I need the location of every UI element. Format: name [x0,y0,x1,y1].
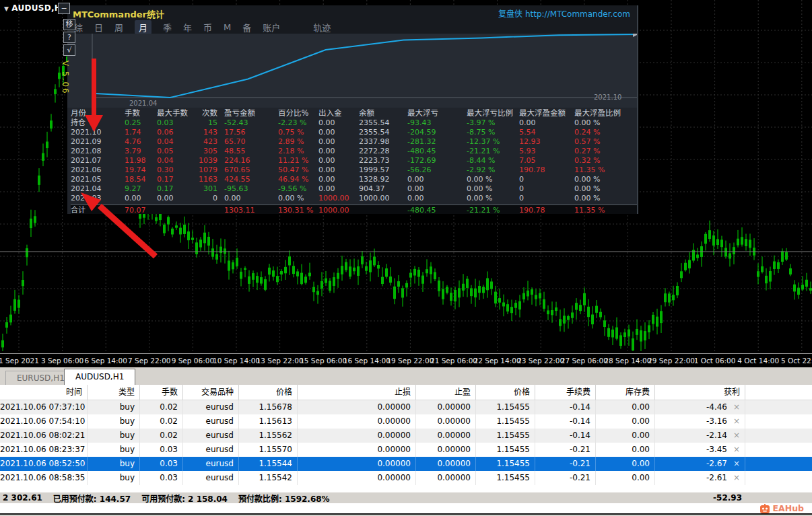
stats-header-cell: 百分比% [278,108,318,118]
status-segment: 可用预付款: 2 158.04 [141,492,228,504]
time-axis-label: 3 Sep 06:00 [41,357,83,365]
trade-cell: buy [88,400,140,414]
stats-cell: 70.07 [125,205,157,214]
time-axis-label: 13 Sep 22:00 [257,357,304,365]
tool-button-3[interactable]: √ [63,44,75,56]
stats-cell: 0.00 % [574,194,637,203]
tab-AUDUSD,H1[interactable]: AUDUSD,H1 [64,369,135,385]
panel-menu: 综日周月季年币M备账户轨迹 [74,20,630,34]
stats-cell: 301 [189,184,219,194]
panel-menu-item-M[interactable]: M [224,22,231,32]
stats-cell: 0.57 % [574,137,637,147]
time-axis-label: 22 Sep 14:00 [474,357,521,365]
panel-brand-link[interactable]: 复盘侠 http://MTCommander.com [498,7,630,19]
trade-cell: -0.21 [535,457,596,471]
close-trade-icon[interactable]: × [733,471,740,485]
time-axis-label: 19 Sep 22:00 [386,357,434,365]
trade-cell: 2021.10.06 08:58:35 [0,471,88,485]
stats-cell: 0.00 % [467,175,519,184]
stats-cell: 1328.92 [359,175,407,184]
stats-cell: 0.04 [157,137,189,147]
stats-cell: 224.16 [219,156,278,165]
stats-row-2021.06: 2021.0619.740.301079670.6550.47 %0.00199… [71,165,637,175]
stats-cell: 0.25 [125,118,157,128]
trade-cell: 2021.10.06 07:54:10 [0,414,88,429]
stats-header-cell: 月份 [71,108,125,118]
trade-row[interactable]: 2021.10.06 07:37:10buy0.02eurusd1.156780… [0,400,812,414]
trade-cell: 2021.10.06 07:37:10 [0,400,88,414]
trade-cell: 1.15455 [476,429,535,443]
tool-button-1[interactable]: 移 [63,19,75,30]
stats-cell: 19.74 [125,165,157,175]
stats-cell: 2355.54 [359,118,407,128]
stats-cell: 0.03 [157,118,189,128]
close-trade-icon[interactable]: × [733,443,740,457]
trade-header-cell: 手续费 [535,385,596,400]
stats-cell: 0.00 [318,175,359,184]
time-axis-label: 1 Oct 06:00 [694,357,736,365]
panel-menu-item-季[interactable]: 季 [163,21,172,34]
stats-row-2021.04: 2021.049.270.17301-95.63-9.56 %0.00904.3… [71,184,637,194]
trade-row[interactable]: 2021.10.06 07:54:10buy0.02eurusd1.156130… [0,414,812,429]
trade-cell: buy [88,471,140,485]
trade-cell: 1.15455 [476,443,535,457]
time-axis-label: 5 Oct 22:00 [781,357,812,365]
trade-row[interactable]: 2021.10.06 08:02:21buy0.02eurusd1.155620… [0,429,812,443]
trade-row[interactable]: 2021.10.06 08:23:37buy0.03eurusd1.155700… [0,443,812,457]
status-segment: 已用预付款: 144.57 [53,492,131,504]
trade-cell: -0.21 [535,471,596,485]
chevron-down-icon[interactable]: ▼ [4,5,9,12]
stats-cell: -21.21 % [467,147,519,156]
stats-cell: 11.35 % [574,205,637,214]
tool-button-2[interactable]: ? [63,32,75,43]
stats-cell: -281.32 [407,137,467,147]
close-trade-icon[interactable]: × [733,429,740,443]
panel-menu-item-备[interactable]: 备 [242,21,251,34]
stats-row-label: 合计 [71,205,125,214]
stats-cell: 0.00 [318,156,359,165]
stats-row-label: 2021.10 [71,128,125,137]
window-bottom-border [0,513,812,515]
stats-cell: 2337.98 [359,137,407,147]
stats-header-cell: 出入金 [318,108,359,118]
stats-cell: -480.45 [407,147,467,156]
stats-cell: 0.00 [318,128,359,137]
stats-cell: 0.00 % [574,175,637,184]
panel-menu-item-track[interactable]: 轨迹 [313,21,331,34]
panel-menu-item-日[interactable]: 日 [94,21,103,34]
stats-cell: 0.00 [407,184,467,194]
stats-cell: 0.75 % [278,128,318,137]
trade-filler [745,471,812,485]
stats-cell: 4.76 [125,137,157,147]
panel-menu-item-账户[interactable]: 账户 [263,21,280,34]
panel-titlebar[interactable]: MTCommander统计 复盘侠 http://MTCommander.com [67,5,637,19]
stats-row-2021.08: 2021.083.790.0530548.552.18 %0.002272.28… [71,147,637,156]
trade-row[interactable]: 2021.10.06 08:52:50buy0.03eurusd1.155440… [0,457,812,471]
trade-header-cell: 库存费 [596,385,655,400]
close-trade-icon[interactable]: × [733,414,740,429]
close-trade-icon[interactable]: × [733,457,740,471]
trade-cell: 2021.10.06 08:52:50 [0,457,88,471]
panel-menu-item-年[interactable]: 年 [183,21,192,34]
trade-cell: 0.03 [140,457,183,471]
minimize-button[interactable]: − [58,3,70,14]
panel-menu-item-币[interactable]: 币 [203,21,212,34]
mt4-window: ▼AUDUSD,H1 − V 5.06 1 Sep 20213 Sep 06:0… [0,0,812,516]
trade-cell: buy [88,429,140,443]
stats-cell: 2355.54 [359,128,407,137]
stats-header-cell: 盈亏金额 [219,108,278,118]
trade-cell: eurusd [183,443,239,457]
trade-row[interactable]: 2021.10.06 08:58:35buy0.03eurusd1.155420… [0,471,812,485]
panel-menu-item-月[interactable]: 月 [135,20,151,34]
trade-cell: 2021.10.06 08:02:21 [0,429,88,443]
trade-filler [745,457,812,471]
stats-header-cell: 最大手数 [157,108,189,118]
panel-menu-item-周[interactable]: 周 [114,21,123,34]
close-trade-icon[interactable]: × [733,400,740,414]
eahub-logo[interactable]: EAHub [760,503,804,513]
stats-header-cell: 最大浮亏 [407,108,467,118]
trade-cell: 0.00000 [416,400,476,414]
trade-header-cell: 类型 [88,385,140,400]
stats-cell: 0.00 % [278,194,318,203]
stats-cell: 2.18 % [278,147,318,156]
